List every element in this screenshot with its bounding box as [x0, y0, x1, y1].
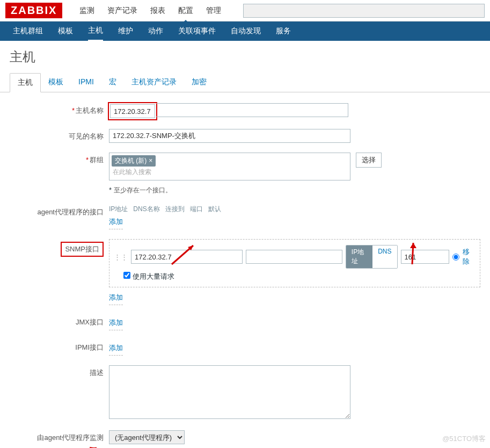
tab-encryption[interactable]: 加密 — [184, 73, 214, 92]
groups-multiselect[interactable]: 交换机 (新)× 在此输入搜索 — [109, 153, 350, 180]
ipmi-add-link[interactable]: 添加 — [109, 344, 123, 352]
tab-ipmi[interactable]: IPMI — [71, 73, 101, 92]
snmp-ip-input[interactable] — [131, 250, 243, 264]
snmp-remove-link[interactable]: 移除 — [463, 247, 476, 266]
groups-placeholder: 在此输入搜索 — [112, 167, 348, 178]
snmp-port-input[interactable] — [401, 250, 449, 264]
nav-monitor[interactable]: 监测 — [79, 6, 94, 16]
groups-select-button[interactable]: 选择 — [356, 153, 382, 168]
visible-name-input[interactable] — [109, 129, 350, 143]
label-jmx-iface: JMX接口 — [10, 315, 109, 327]
group-tag: 交换机 (新)× — [112, 155, 156, 167]
label-description: 描述 — [10, 365, 109, 378]
logo: ZABBIX — [5, 3, 62, 18]
nav-admin[interactable]: 管理 — [206, 6, 221, 16]
top-nav: ZABBIX 监测 资产记录 报表 配置 管理 — [0, 0, 490, 21]
host-form: *主机名称 可见的名称 *群组 交换机 (新)× 在此输入搜索 选择 * 至少存… — [0, 92, 490, 448]
nav-inventory[interactable]: 资产记录 — [107, 6, 137, 16]
watermark: @51CTO博客 — [442, 434, 486, 444]
snmp-connect-toggle[interactable]: IP地址 DNS — [346, 245, 398, 269]
snmp-default-radio[interactable] — [452, 254, 459, 261]
subnav-services[interactable]: 服务 — [276, 22, 291, 40]
iface-header: IP地址DNS名称连接到端口默认 — [109, 205, 480, 214]
label-proxy: 由agent代理程序监测 — [10, 430, 109, 443]
iface-hint: 至少存在一个接口。 — [114, 186, 172, 194]
sub-nav: 主机群组 模板 主机 维护 动作 关联项事件 自动发现 服务 — [0, 21, 490, 41]
snmp-dns-input[interactable] — [246, 250, 342, 264]
remove-tag-icon[interactable]: × — [149, 157, 152, 164]
subnav-actions[interactable]: 动作 — [148, 22, 163, 40]
label-agent-iface: agent代理程序的接口 — [10, 205, 109, 217]
tab-host[interactable]: 主机 — [10, 73, 41, 92]
snmp-add-link[interactable]: 添加 — [109, 293, 123, 301]
toggle-dns[interactable]: DNS — [372, 245, 397, 268]
subnav-hosts[interactable]: 主机 — [88, 21, 103, 41]
subnav-correlation[interactable]: 关联项事件 — [178, 22, 216, 40]
form-tabs: 主机 模板 IPMI 宏 主机资产记录 加密 — [0, 73, 490, 92]
label-visible-name: 可见的名称 — [10, 129, 109, 141]
proxy-select[interactable]: (无agent代理程序) — [109, 430, 185, 444]
label-groups: *群组 — [10, 153, 109, 165]
subnav-discovery[interactable]: 自动发现 — [231, 22, 261, 40]
nav-reports[interactable]: 报表 — [150, 6, 165, 16]
tab-inventory[interactable]: 主机资产记录 — [124, 73, 184, 92]
description-textarea[interactable] — [109, 365, 350, 419]
subnav-hostgroups[interactable]: 主机群组 — [13, 22, 43, 40]
tab-macros[interactable]: 宏 — [101, 73, 124, 92]
label-snmp-iface: SNMP接口 — [61, 242, 104, 257]
label-hostname: *主机名称 — [10, 103, 109, 115]
bulk-request-label[interactable]: 使用大量请求 — [123, 272, 174, 280]
subnav-templates[interactable]: 模板 — [58, 22, 73, 40]
toggle-ip[interactable]: IP地址 — [346, 245, 372, 268]
tab-templates[interactable]: 模板 — [41, 73, 71, 92]
agent-add-link[interactable]: 添加 — [109, 218, 123, 226]
snmp-interface-box: ⋮⋮ IP地址 DNS 移除 使用大量请求 — [109, 239, 480, 287]
subnav-maintenance[interactable]: 维护 — [118, 22, 133, 40]
drag-handle-icon[interactable]: ⋮⋮ — [114, 253, 128, 261]
bulk-request-checkbox[interactable] — [123, 272, 130, 279]
global-search-input[interactable] — [243, 4, 485, 18]
hostname-input[interactable] — [110, 104, 155, 118]
nav-config[interactable]: 配置 — [178, 6, 193, 16]
label-ipmi-iface: IPMI接口 — [10, 340, 109, 352]
page-title: 主机 — [0, 41, 490, 73]
jmx-add-link[interactable]: 添加 — [109, 319, 123, 327]
